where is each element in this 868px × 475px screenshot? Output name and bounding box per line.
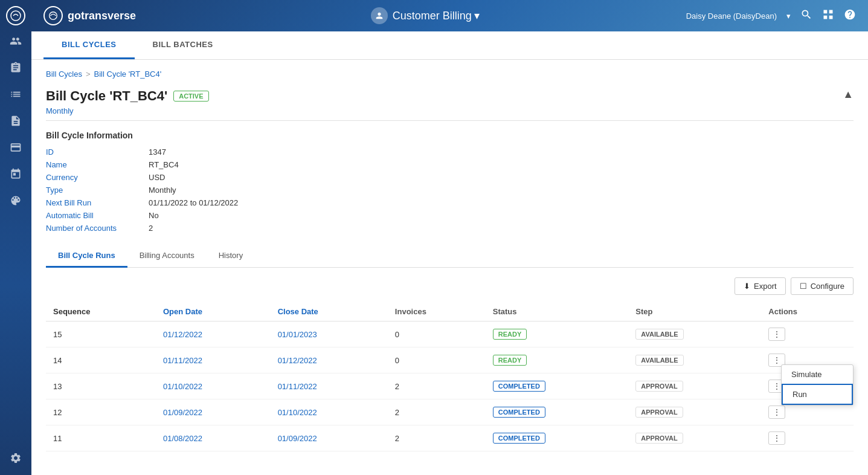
clipboard-icon[interactable] [5,57,27,79]
sub-tab-history[interactable]: History [207,245,255,268]
logo-text: gotransverse [68,10,136,22]
list-icon[interactable] [5,83,27,105]
field-value-currency: USD [149,173,408,182]
breadcrumb-parent[interactable]: Bill Cycles [46,69,82,79]
action-dropdown-menu: Simulate Run [781,364,854,406]
configure-button[interactable]: ☐ Configure [791,277,854,295]
cell-open-date: 01/08/2022 [156,425,271,451]
field-value-name: RT_BC4 [149,160,408,169]
field-label-num-accounts: Number of Accounts [46,224,137,233]
tab-nav: BILL CYCLES BILL BATCHES [31,31,868,60]
cell-sequence: 11 [46,425,156,451]
bill-cycle-subtitle: Monthly [46,106,209,115]
table-row: 12 01/09/2022 01/10/2022 2 COMPLETED APP… [46,399,854,425]
bill-cycle-title: Bill Cycle 'RT_BC4' ACTIVE [46,88,209,104]
table-header: Sequence Open Date Close Date Invoices S… [46,302,854,322]
cell-status: READY [486,347,629,373]
card-icon[interactable] [5,137,27,158]
help-button[interactable] [844,8,856,24]
step-badge: AVAILABLE [635,329,683,340]
logo-icon [6,6,25,25]
cell-close-date: 01/09/2022 [271,425,388,451]
palette-icon[interactable] [5,190,27,212]
header-dropdown-arrow[interactable]: ▾ [474,9,480,22]
sub-tab-bill-cycle-runs[interactable]: Bill Cycle Runs [46,245,127,268]
col-header-sequence: Sequence [46,302,156,322]
cell-close-date: 01/11/2022 [271,373,388,399]
cell-close-date: 01/12/2022 [271,347,388,373]
header-username[interactable]: Daisy Deane (DaisyDean) [686,11,777,21]
cell-sequence: 14 [46,347,156,373]
breadcrumb: Bill Cycles > Bill Cycle 'RT_BC4' [46,69,854,79]
cell-step: AVAILABLE [628,322,761,347]
file-icon[interactable] [5,110,27,132]
table-row: 11 01/08/2022 01/09/2022 2 COMPLETED APP… [46,425,854,451]
dropdown-item-run[interactable]: Run [782,384,853,405]
action-menu-button[interactable]: ⋮ [768,406,785,419]
dropdown-item-simulate[interactable]: Simulate [782,365,853,384]
col-header-actions: Actions [761,302,854,322]
grid-button[interactable] [822,8,834,24]
bill-cycle-runs-table: Sequence Open Date Close Date Invoices S… [46,302,854,451]
cell-invoices: 2 [388,399,486,425]
tab-bill-batches[interactable]: BILL BATCHES [135,31,231,59]
configure-label: Configure [811,282,844,291]
info-section: Bill Cycle Information ID 1347 Name RT_B… [46,120,854,233]
sub-tab-billing-accounts[interactable]: Billing Accounts [127,245,207,268]
export-icon: ⬇ [744,282,750,291]
col-header-step: Step [628,302,761,322]
col-header-open-date[interactable]: Open Date [156,302,271,322]
gear-icon[interactable] [5,447,27,469]
cell-close-date: 01/10/2022 [271,399,388,425]
info-grid: ID 1347 Name RT_BC4 Currency USD Type Mo… [46,147,408,233]
cell-actions: ⋮ [761,322,854,347]
col-header-invoices: Invoices [388,302,486,322]
step-badge: APPROVAL [635,433,683,444]
field-label-next-bill-run: Next Bill Run [46,198,137,207]
cell-sequence: 12 [46,399,156,425]
content-area: BILL CYCLES BILL BATCHES Bill Cycles > B… [31,31,868,475]
search-button[interactable] [800,8,812,24]
field-value-type: Monthly [149,186,408,195]
header-center: Customer Billing ▾ [164,7,686,24]
action-menu-button[interactable]: ⋮ [768,431,785,445]
cell-actions: ⋮ Simulate Run [761,347,854,373]
main-area: gotransverse Customer Billing ▾ Daisy De… [31,0,868,475]
bill-cycle-title-area: Bill Cycle 'RT_BC4' ACTIVE Monthly [46,88,209,115]
top-header: gotransverse Customer Billing ▾ Daisy De… [31,0,868,31]
people-icon[interactable] [5,30,27,52]
cell-actions: ⋮ [761,425,854,451]
field-label-id: ID [46,147,137,157]
configure-icon: ☐ [800,282,807,291]
bill-cycle-name: Bill Cycle 'RT_BC4' [46,88,167,104]
status-badge: COMPLETED [493,407,545,418]
export-label: Export [754,282,777,291]
field-value-num-accounts: 2 [149,224,408,233]
cell-open-date: 01/09/2022 [156,399,271,425]
cell-status: COMPLETED [486,373,629,399]
field-value-automatic-bill: No [149,211,408,220]
table-row: 15 01/12/2022 01/01/2023 0 READY AVAILAB… [46,322,854,347]
info-section-title: Bill Cycle Information [46,131,854,140]
cell-status: COMPLETED [486,425,629,451]
field-label-type: Type [46,186,137,195]
user-avatar-icon [371,7,388,24]
col-header-close-date[interactable]: Close Date [271,302,388,322]
collapse-button[interactable]: ▲ [843,88,854,101]
export-button[interactable]: ⬇ Export [735,277,786,295]
field-value-next-bill-run: 01/11/2022 to 01/12/2022 [149,198,408,207]
step-badge: AVAILABLE [635,355,683,366]
cell-open-date: 01/12/2022 [156,322,271,347]
cell-invoices: 0 [388,347,486,373]
table-body: 15 01/12/2022 01/01/2023 0 READY AVAILAB… [46,322,854,451]
table-row: 13 01/10/2022 01/11/2022 2 COMPLETED APP… [46,373,854,399]
tab-bill-cycles[interactable]: BILL CYCLES [43,31,135,59]
action-menu-button[interactable]: ⋮ [768,328,785,341]
header-user-dropdown[interactable]: ▾ [786,11,791,21]
table-row: 14 01/11/2022 01/12/2022 0 READY AVAILAB… [46,347,854,373]
sidebar [0,0,31,475]
calendar-icon[interactable] [5,163,27,185]
bill-cycle-header: Bill Cycle 'RT_BC4' ACTIVE Monthly ▲ [46,88,854,115]
step-badge: APPROVAL [635,381,683,392]
sub-tabs: Bill Cycle Runs Billing Accounts History [46,245,854,268]
